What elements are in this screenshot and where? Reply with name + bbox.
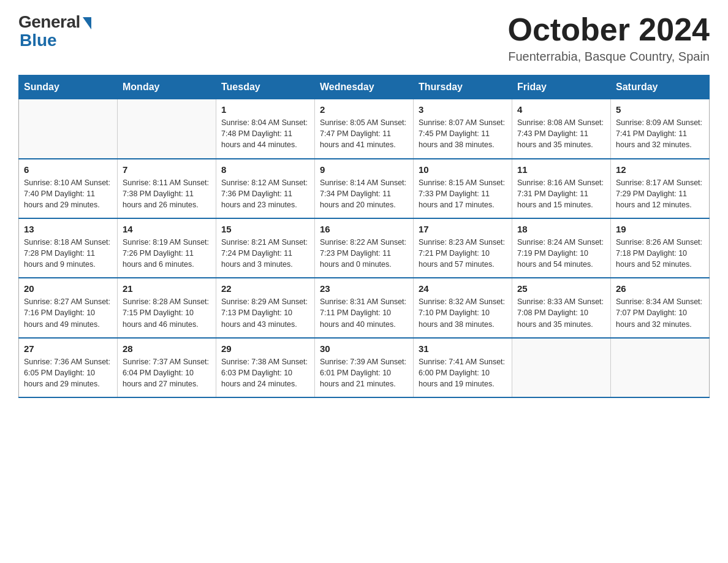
day-detail: Sunrise: 7:41 AM Sunset: 6:00 PM Dayligh… xyxy=(419,356,507,389)
day-detail: Sunrise: 8:09 AM Sunset: 7:41 PM Dayligh… xyxy=(616,117,704,150)
day-detail: Sunrise: 8:28 AM Sunset: 7:15 PM Dayligh… xyxy=(123,296,211,329)
day-detail: Sunrise: 7:37 AM Sunset: 6:04 PM Dayligh… xyxy=(123,356,211,389)
calendar-cell: 6Sunrise: 8:10 AM Sunset: 7:40 PM Daylig… xyxy=(19,159,118,218)
day-number: 10 xyxy=(419,164,507,175)
day-number: 8 xyxy=(221,164,309,175)
month-title: October 2024 xyxy=(508,12,710,47)
day-number: 4 xyxy=(517,104,605,115)
calendar-week-row: 20Sunrise: 8:27 AM Sunset: 7:16 PM Dayli… xyxy=(19,278,710,337)
day-detail: Sunrise: 8:29 AM Sunset: 7:13 PM Dayligh… xyxy=(221,296,309,329)
day-number: 12 xyxy=(616,164,704,175)
calendar-cell: 25Sunrise: 8:33 AM Sunset: 7:08 PM Dayli… xyxy=(512,278,611,337)
day-number: 18 xyxy=(517,224,605,234)
calendar-cell: 16Sunrise: 8:22 AM Sunset: 7:23 PM Dayli… xyxy=(315,218,414,278)
day-detail: Sunrise: 8:19 AM Sunset: 7:26 PM Dayligh… xyxy=(123,237,211,270)
day-detail: Sunrise: 8:24 AM Sunset: 7:19 PM Dayligh… xyxy=(517,237,605,270)
day-detail: Sunrise: 8:34 AM Sunset: 7:07 PM Dayligh… xyxy=(616,296,704,329)
calendar-cell: 18Sunrise: 8:24 AM Sunset: 7:19 PM Dayli… xyxy=(512,218,611,278)
day-number: 7 xyxy=(123,164,211,175)
header-day-tuesday: Tuesday xyxy=(216,75,315,99)
calendar-cell: 11Sunrise: 8:16 AM Sunset: 7:31 PM Dayli… xyxy=(512,159,611,218)
day-detail: Sunrise: 7:38 AM Sunset: 6:03 PM Dayligh… xyxy=(221,356,309,389)
day-detail: Sunrise: 8:26 AM Sunset: 7:18 PM Dayligh… xyxy=(616,237,704,270)
location-title: Fuenterrabia, Basque Country, Spain xyxy=(508,50,710,64)
day-number: 30 xyxy=(320,343,408,354)
day-number: 17 xyxy=(419,224,507,234)
calendar-cell: 9Sunrise: 8:14 AM Sunset: 7:34 PM Daylig… xyxy=(315,159,414,218)
day-detail: Sunrise: 8:21 AM Sunset: 7:24 PM Dayligh… xyxy=(221,237,309,270)
day-number: 26 xyxy=(616,283,704,294)
calendar-cell: 24Sunrise: 8:32 AM Sunset: 7:10 PM Dayli… xyxy=(414,278,512,337)
day-detail: Sunrise: 8:15 AM Sunset: 7:33 PM Dayligh… xyxy=(419,177,507,210)
day-number: 29 xyxy=(221,343,309,354)
day-number: 6 xyxy=(24,164,112,175)
calendar-table: SundayMondayTuesdayWednesdayThursdayFrid… xyxy=(18,75,710,398)
day-number: 11 xyxy=(517,164,605,175)
day-number: 3 xyxy=(419,104,507,115)
calendar-cell: 27Sunrise: 7:36 AM Sunset: 6:05 PM Dayli… xyxy=(19,338,118,397)
calendar-cell: 10Sunrise: 8:15 AM Sunset: 7:33 PM Dayli… xyxy=(414,159,512,218)
calendar-week-row: 27Sunrise: 7:36 AM Sunset: 6:05 PM Dayli… xyxy=(19,338,710,397)
day-number: 24 xyxy=(419,283,507,294)
day-detail: Sunrise: 8:27 AM Sunset: 7:16 PM Dayligh… xyxy=(24,296,112,329)
logo: General Blue xyxy=(18,12,91,50)
day-detail: Sunrise: 8:32 AM Sunset: 7:10 PM Dayligh… xyxy=(419,296,507,329)
header-day-monday: Monday xyxy=(118,75,216,99)
day-detail: Sunrise: 8:12 AM Sunset: 7:36 PM Dayligh… xyxy=(221,177,309,210)
day-number: 20 xyxy=(24,283,112,294)
day-detail: Sunrise: 8:14 AM Sunset: 7:34 PM Dayligh… xyxy=(320,177,408,210)
calendar-cell: 19Sunrise: 8:26 AM Sunset: 7:18 PM Dayli… xyxy=(611,218,710,278)
day-detail: Sunrise: 8:10 AM Sunset: 7:40 PM Dayligh… xyxy=(24,177,112,210)
logo-general-text: General xyxy=(18,12,80,32)
calendar-cell: 8Sunrise: 8:12 AM Sunset: 7:36 PM Daylig… xyxy=(216,159,315,218)
calendar-cell: 23Sunrise: 8:31 AM Sunset: 7:11 PM Dayli… xyxy=(315,278,414,337)
calendar-cell xyxy=(118,99,216,159)
logo-arrow-icon xyxy=(83,17,91,29)
calendar-week-row: 13Sunrise: 8:18 AM Sunset: 7:28 PM Dayli… xyxy=(19,218,710,278)
day-detail: Sunrise: 7:39 AM Sunset: 6:01 PM Dayligh… xyxy=(320,356,408,389)
calendar-cell: 30Sunrise: 7:39 AM Sunset: 6:01 PM Dayli… xyxy=(315,338,414,397)
day-number: 27 xyxy=(24,343,112,354)
header-day-wednesday: Wednesday xyxy=(315,75,414,99)
calendar-cell: 31Sunrise: 7:41 AM Sunset: 6:00 PM Dayli… xyxy=(414,338,512,397)
day-detail: Sunrise: 8:31 AM Sunset: 7:11 PM Dayligh… xyxy=(320,296,408,329)
calendar-cell: 15Sunrise: 8:21 AM Sunset: 7:24 PM Dayli… xyxy=(216,218,315,278)
calendar-cell: 22Sunrise: 8:29 AM Sunset: 7:13 PM Dayli… xyxy=(216,278,315,337)
day-number: 9 xyxy=(320,164,408,175)
header-day-saturday: Saturday xyxy=(611,75,710,99)
header-day-thursday: Thursday xyxy=(414,75,512,99)
header-day-sunday: Sunday xyxy=(19,75,118,99)
calendar-cell: 14Sunrise: 8:19 AM Sunset: 7:26 PM Dayli… xyxy=(118,218,216,278)
page-header: General Blue October 2024 Fuenterrabia, … xyxy=(18,12,710,64)
day-detail: Sunrise: 8:17 AM Sunset: 7:29 PM Dayligh… xyxy=(616,177,704,210)
day-detail: Sunrise: 8:18 AM Sunset: 7:28 PM Dayligh… xyxy=(24,237,112,270)
day-number: 14 xyxy=(123,224,211,234)
calendar-cell xyxy=(512,338,611,397)
day-detail: Sunrise: 8:07 AM Sunset: 7:45 PM Dayligh… xyxy=(419,117,507,150)
day-number: 23 xyxy=(320,283,408,294)
calendar-cell: 26Sunrise: 8:34 AM Sunset: 7:07 PM Dayli… xyxy=(611,278,710,337)
day-detail: Sunrise: 8:05 AM Sunset: 7:47 PM Dayligh… xyxy=(320,117,408,150)
day-number: 1 xyxy=(221,104,309,115)
day-detail: Sunrise: 8:22 AM Sunset: 7:23 PM Dayligh… xyxy=(320,237,408,270)
day-number: 16 xyxy=(320,224,408,234)
day-number: 2 xyxy=(320,104,408,115)
calendar-cell xyxy=(19,99,118,159)
calendar-week-row: 1Sunrise: 8:04 AM Sunset: 7:48 PM Daylig… xyxy=(19,99,710,159)
title-block: October 2024 Fuenterrabia, Basque Countr… xyxy=(508,12,710,64)
calendar-cell: 17Sunrise: 8:23 AM Sunset: 7:21 PM Dayli… xyxy=(414,218,512,278)
calendar-cell: 3Sunrise: 8:07 AM Sunset: 7:45 PM Daylig… xyxy=(414,99,512,159)
day-detail: Sunrise: 8:33 AM Sunset: 7:08 PM Dayligh… xyxy=(517,296,605,329)
calendar-cell: 12Sunrise: 8:17 AM Sunset: 7:29 PM Dayli… xyxy=(611,159,710,218)
calendar-cell: 13Sunrise: 8:18 AM Sunset: 7:28 PM Dayli… xyxy=(19,218,118,278)
calendar-header-row: SundayMondayTuesdayWednesdayThursdayFrid… xyxy=(19,75,710,99)
calendar-cell: 1Sunrise: 8:04 AM Sunset: 7:48 PM Daylig… xyxy=(216,99,315,159)
calendar-cell: 20Sunrise: 8:27 AM Sunset: 7:16 PM Dayli… xyxy=(19,278,118,337)
day-number: 25 xyxy=(517,283,605,294)
calendar-week-row: 6Sunrise: 8:10 AM Sunset: 7:40 PM Daylig… xyxy=(19,159,710,218)
calendar-cell xyxy=(611,338,710,397)
calendar-cell: 2Sunrise: 8:05 AM Sunset: 7:47 PM Daylig… xyxy=(315,99,414,159)
day-number: 28 xyxy=(123,343,211,354)
day-detail: Sunrise: 8:16 AM Sunset: 7:31 PM Dayligh… xyxy=(517,177,605,210)
calendar-cell: 21Sunrise: 8:28 AM Sunset: 7:15 PM Dayli… xyxy=(118,278,216,337)
